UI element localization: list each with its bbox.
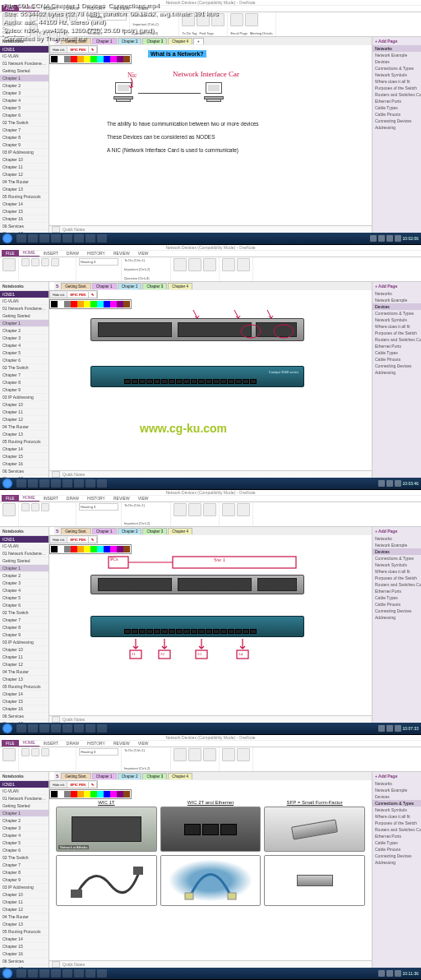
color-swatch[interactable] [64, 791, 71, 797]
color-swatch[interactable] [117, 546, 123, 552]
add-page-button[interactable]: + Add Page [372, 37, 421, 45]
page-tabs-pane[interactable]: + Add Page NetworksNetwork ExampleDevice… [372, 37, 421, 233]
pen-tab-hide[interactable]: Hide ink [50, 47, 67, 53]
color-swatch[interactable] [71, 56, 77, 62]
nav-item[interactable]: Chapter 16 [0, 460, 49, 468]
page-tab[interactable]: Cable Types [372, 839, 421, 846]
color-swatch[interactable] [64, 301, 71, 307]
nav-item[interactable]: Chapter 12 [0, 171, 49, 178]
page-tab[interactable]: Devices [372, 793, 421, 800]
page-tab[interactable]: Where does it all fit [372, 568, 421, 575]
system-tray[interactable]: 10:02:06 [370, 235, 419, 242]
color-palette[interactable] [49, 544, 132, 554]
page-tab[interactable]: Network Symbols [372, 317, 421, 323]
page-tab[interactable]: Ethernet Ports [372, 343, 421, 349]
nav-item[interactable]: Chapter 10 [0, 646, 49, 654]
color-palette[interactable] [49, 789, 132, 799]
color-swatch[interactable] [90, 791, 97, 797]
color-swatch[interactable] [90, 546, 97, 552]
nav-item[interactable]: Chapter 15 [0, 453, 49, 460]
nav-item[interactable]: Getting Started [0, 802, 49, 810]
nav-item[interactable]: Chapter 11 [0, 409, 49, 416]
page-tab[interactable]: Cable Types [372, 349, 421, 356]
pen-tab-epic[interactable]: EPIC PEN [67, 47, 89, 53]
page-tab[interactable]: Network Example [372, 52, 421, 58]
color-swatch[interactable] [51, 301, 58, 307]
nav-item[interactable]: Chapter 13 [0, 186, 49, 193]
color-swatch[interactable] [97, 301, 104, 307]
color-swatch[interactable] [104, 546, 110, 552]
color-swatch[interactable] [117, 301, 123, 307]
notebook-nav-pane[interactable]: Notebooks ICND1 IC-VLAN01 Network Fundam… [0, 37, 49, 233]
pen-pencil-icon[interactable]: ✎ [89, 47, 97, 53]
nav-item[interactable]: Chapter 15 [0, 208, 49, 215]
page-tab[interactable]: Network Symbols [372, 562, 421, 568]
page-tab[interactable]: Network Example [372, 787, 421, 793]
page-tab[interactable]: Devices [372, 303, 421, 310]
nav-item[interactable]: Chapter 2 [0, 327, 49, 335]
nav-item[interactable]: Chapter 8 [0, 379, 49, 386]
nav-item[interactable]: Chapter 6 [0, 112, 49, 119]
color-swatch[interactable] [117, 791, 123, 797]
page-tab[interactable]: Addressing [372, 369, 421, 376]
page-tab[interactable]: Routers and Switches Combined [372, 336, 421, 343]
nav-item[interactable]: Chapter 6 [0, 602, 49, 609]
nav-item[interactable]: Chapter 16 [0, 950, 49, 958]
nav-list[interactable]: IC-VLAN01 Network Fundamentals Getting S… [0, 53, 49, 233]
nav-item[interactable]: 05 Routing Protocols [0, 438, 49, 446]
nav-item[interactable]: Chapter 14 [0, 446, 49, 453]
nav-item[interactable]: Getting Started [0, 312, 49, 320]
nav-item[interactable]: Chapter 9 [0, 386, 49, 394]
nav-item[interactable]: Chapter 2 [0, 572, 49, 580]
page-canvas[interactable]: Hide ink EPIC PEN ✎ What is a Network? N… [49, 45, 372, 225]
nav-item[interactable]: Chapter 4 [0, 587, 49, 594]
nav-item[interactable]: IC-VLAN [0, 53, 49, 60]
nav-item[interactable]: 03 IP Addressing [0, 394, 49, 401]
nav-item[interactable]: 02 The Switch [0, 854, 49, 862]
color-swatch[interactable] [84, 546, 90, 552]
page-tab[interactable]: Connections & Types [372, 555, 421, 562]
page-tab[interactable]: Networks [372, 290, 421, 297]
task-icon[interactable] [86, 234, 95, 243]
nav-item[interactable]: Chapter 11 [0, 899, 49, 906]
color-swatch[interactable] [90, 301, 97, 307]
nav-item[interactable]: Chapter 15 [0, 698, 49, 705]
nav-item[interactable]: 06 Services [0, 468, 49, 475]
page-tab[interactable]: Ethernet Ports [372, 833, 421, 839]
task-icon[interactable] [74, 234, 84, 243]
page-tab[interactable]: Where does it all fit [372, 78, 421, 85]
task-icon[interactable] [62, 234, 72, 243]
nav-item[interactable]: Getting Started [0, 67, 49, 75]
nav-item[interactable]: Chapter 5 [0, 839, 49, 847]
nav-item[interactable]: Chapter 10 [0, 401, 49, 409]
notebook-current[interactable]: ICND1 [0, 46, 49, 53]
page-tab[interactable]: Ethernet Ports [372, 588, 421, 594]
nav-item[interactable]: Chapter 2 [0, 82, 49, 90]
nav-item[interactable]: Chapter 10 [0, 891, 49, 899]
nav-item[interactable]: 01 Network Fundamentals [0, 550, 49, 557]
nav-item[interactable]: Chapter 5 [0, 594, 49, 602]
notebook-nav-pane[interactable]: Notebooks ICND1 IC-VLAN01 Network Fundam… [0, 282, 49, 478]
ribbon-tab-strip[interactable]: FILEHOMEINSERTDRAWHISTORYREVIEWVIEW [0, 251, 421, 257]
nav-item[interactable]: 03 IP Addressing [0, 639, 49, 646]
nav-item[interactable]: Chapter 6 [0, 847, 49, 854]
nav-item[interactable]: Chapter 5 [0, 349, 49, 357]
windows-taskbar[interactable]: 10:02:06 [0, 233, 421, 244]
nav-item[interactable]: Chapter 4 [0, 832, 49, 839]
nav-item[interactable]: Chapter 1 [0, 810, 49, 817]
nav-item[interactable]: 02 The Switch [0, 364, 49, 372]
nav-item[interactable]: 05 Routing Protocols [0, 928, 49, 936]
page-tab[interactable]: Where does it all fit [372, 323, 421, 330]
nav-item[interactable]: Chapter 9 [0, 876, 49, 884]
quick-notes-bar[interactable]: Quick Notes [49, 470, 372, 478]
page-tab[interactable]: Networks [372, 780, 421, 787]
nav-item[interactable]: 01 Network Fundamentals [0, 795, 49, 802]
page-tab[interactable]: Addressing [372, 614, 421, 621]
color-swatch[interactable] [71, 791, 77, 797]
page-tab[interactable]: Network Example [372, 297, 421, 303]
section-tabs[interactable]: 5 Getting Start.Chapter 1Chapter 2Chapte… [54, 282, 372, 290]
meeting-icon[interactable] [245, 13, 258, 26]
page-tab[interactable]: Cable Pinouts [372, 111, 421, 118]
nav-item[interactable]: IC-VLAN [0, 298, 49, 305]
color-swatch[interactable] [110, 546, 117, 552]
